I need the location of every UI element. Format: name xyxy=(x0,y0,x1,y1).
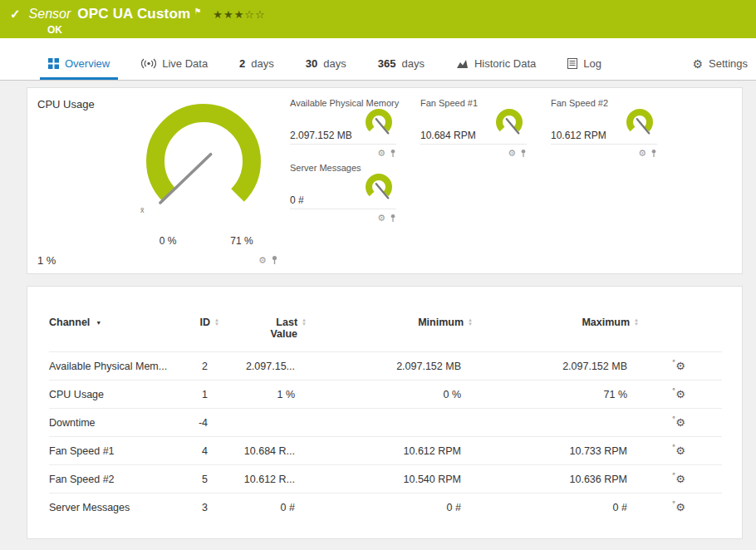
gauge-action-icons: ⚙ xyxy=(508,149,527,158)
channel-settings-icon[interactable]: ⚙ xyxy=(675,444,685,457)
gauge-settings-icon[interactable]: ⚙ xyxy=(258,256,267,265)
channel-minimum: 10.540 RPM xyxy=(307,465,473,494)
pin-icon[interactable] xyxy=(650,149,657,158)
tab-live-data[interactable]: Live Data xyxy=(133,57,216,80)
tab-30-days[interactable]: 30 days xyxy=(297,57,355,80)
gauge-settings-icon[interactable]: ⚙ xyxy=(377,214,385,223)
gauge-scale-min: 0 % xyxy=(160,235,177,247)
status-check-icon: ✓ xyxy=(10,7,21,22)
column-header-maximum[interactable]: Maximum ▲▼ xyxy=(473,312,639,352)
column-header-last-value[interactable]: Last Value ▲▼ xyxy=(219,312,307,352)
sort-icon[interactable]: ▲▼ xyxy=(468,318,473,327)
live-data-icon xyxy=(141,58,156,69)
historic-data-icon xyxy=(456,59,469,69)
channel-minimum: 2.097.152 MB xyxy=(307,352,473,381)
sensor-title: OPC UA Custom xyxy=(77,6,190,22)
gauge-settings-icon[interactable]: ⚙ xyxy=(508,149,516,158)
column-header-channel[interactable]: Channel ▼ xyxy=(49,312,174,352)
mini-gauge-server-messages: Server Messages 0 # ⚙ xyxy=(290,163,416,228)
column-header-minimum[interactable]: Minimum ▲▼ xyxy=(307,312,473,352)
tab-365-days[interactable]: 365 days xyxy=(370,57,433,80)
pin-icon[interactable] xyxy=(520,149,527,158)
gauge-current-value: 10.684 RPM xyxy=(420,130,476,141)
channel-id: 3 xyxy=(174,494,219,522)
tab-label: Live Data xyxy=(162,57,208,70)
channel-last-value: 10.684 R... xyxy=(219,437,307,465)
table-row: Fan Speed #2 5 10.612 R... 10.540 RPM 10… xyxy=(49,465,722,494)
cpu-usage-gauge: x̄ 0 % 71 % xyxy=(120,96,287,254)
tab-number: 365 xyxy=(378,57,396,70)
sort-icon[interactable]: ▲▼ xyxy=(214,318,219,327)
channel-minimum: 0 % xyxy=(307,381,473,409)
gauge-title: CPU Usage xyxy=(37,98,95,110)
table-row: Fan Speed #1 4 10.684 R... 10.612 RPM 10… xyxy=(49,437,722,465)
channel-name[interactable]: Downtime xyxy=(49,409,174,437)
channel-name[interactable]: Fan Speed #1 xyxy=(49,437,174,465)
mini-gauges-grid: Available Physical Memory 2.097.152 MB ⚙… xyxy=(268,88,742,273)
channel-name[interactable]: Fan Speed #2 xyxy=(49,465,174,494)
column-label: Last Value xyxy=(263,317,297,340)
channel-settings-icon[interactable]: ⚙ xyxy=(675,416,685,429)
channel-name[interactable]: CPU Usage xyxy=(49,381,174,409)
channel-id: 2 xyxy=(174,352,219,381)
gauge-current-value: 0 # xyxy=(290,194,304,206)
overview-icon xyxy=(48,58,59,69)
column-label: ID xyxy=(200,317,211,328)
gauge-title: Fan Speed #1 xyxy=(420,98,478,108)
channel-maximum: 0 # xyxy=(473,494,639,522)
tab-label: Log xyxy=(583,57,601,70)
tab-log[interactable]: Log xyxy=(559,57,610,80)
priority-stars[interactable]: ★★★☆☆ xyxy=(213,8,265,21)
gauge-scale-max: 71 % xyxy=(230,235,253,247)
channel-maximum: 71 % xyxy=(473,381,639,409)
divider xyxy=(290,209,396,209)
column-header-id[interactable]: ID ▲▼ xyxy=(174,312,219,352)
tab-historic-data[interactable]: Historic Data xyxy=(448,57,544,80)
sort-icon[interactable]: ▲▼ xyxy=(634,318,639,327)
table-row: Server Messages 3 0 # 0 # 0 # ⚙ xyxy=(49,494,722,522)
gauge-settings-icon[interactable]: ⚙ xyxy=(377,149,385,158)
sensor-title-row: ✓ Sensor OPC UA Custom ⚑ ★★★☆☆ xyxy=(0,0,756,22)
pin-icon[interactable] xyxy=(390,214,396,223)
gauge-settings-icon[interactable]: ⚙ xyxy=(638,149,646,158)
channel-minimum: 0 # xyxy=(307,494,473,522)
channel-name[interactable]: Server Messages xyxy=(49,494,174,522)
tab-bar: Overview Live Data 2 days 30 days 365 da… xyxy=(0,38,756,81)
table-row: Available Physical Mem... 2 2.097.15... … xyxy=(49,352,722,381)
gauge-action-icons: ⚙ xyxy=(377,214,396,223)
channel-settings-icon[interactable]: ⚙ xyxy=(675,501,685,513)
divider xyxy=(551,144,657,145)
channel-id: 4 xyxy=(174,437,219,465)
channel-settings-icon[interactable]: ⚙ xyxy=(675,473,685,485)
mini-gauge-fan-speed-1: Fan Speed #1 10.684 RPM ⚙ xyxy=(420,98,547,163)
column-label: Channel xyxy=(49,317,90,328)
gauge-title: Fan Speed #2 xyxy=(551,98,608,108)
channel-settings-icon[interactable]: ⚙ xyxy=(675,388,685,400)
channel-minimum: 10.612 RPM xyxy=(307,437,473,465)
mini-gauge xyxy=(622,106,657,141)
tab-overview[interactable]: Overview xyxy=(40,57,118,80)
pin-icon[interactable] xyxy=(390,149,396,158)
tab-label: Settings xyxy=(709,57,748,70)
divider xyxy=(290,144,396,145)
gauge-current-value: 2.097.152 MB xyxy=(290,130,352,141)
channel-maximum: 10.636 RPM xyxy=(473,465,639,494)
channel-id: 1 xyxy=(174,381,219,409)
log-icon xyxy=(567,58,577,69)
gauge-action-icons: ⚙ xyxy=(377,149,396,158)
caret-down-icon: ▼ xyxy=(96,320,101,326)
tab-label: days xyxy=(401,57,424,70)
tab-settings[interactable]: ⚙ Settings xyxy=(684,57,756,80)
sensor-header: ✓ Sensor OPC UA Custom ⚑ ★★★☆☆ OK xyxy=(0,0,756,38)
table-header-row: Channel ▼ ID ▲▼ Last Value ▲▼ xyxy=(49,312,722,352)
channel-settings-icon[interactable]: ⚙ xyxy=(675,360,685,372)
pin-icon[interactable] xyxy=(271,255,278,265)
sort-icon[interactable]: ▲▼ xyxy=(302,318,307,327)
divider xyxy=(420,144,527,145)
column-label: Maximum xyxy=(582,317,630,328)
channel-last-value: 2.097.15... xyxy=(219,352,307,381)
tab-2-days[interactable]: 2 days xyxy=(231,57,282,80)
channel-name[interactable]: Available Physical Mem... xyxy=(49,352,174,381)
channel-id: -4 xyxy=(174,409,219,437)
object-kind-label: Sensor xyxy=(29,7,71,22)
